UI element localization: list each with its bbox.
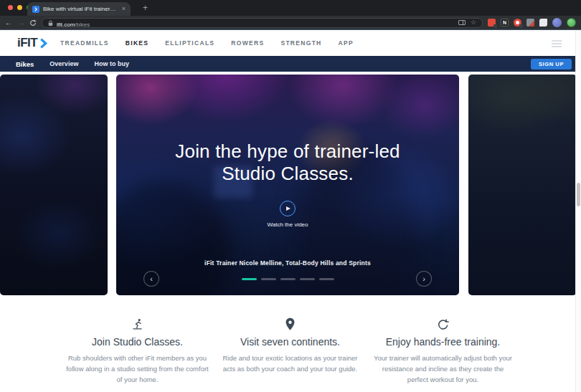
carousel-dot[interactable] — [319, 278, 334, 280]
nav-item-ellipticals[interactable]: ELLIPTICALS — [165, 39, 214, 47]
ifit-logo-arrow-icon — [39, 38, 48, 49]
profile-avatar[interactable] — [552, 18, 562, 27]
extensions-puzzle-icon[interactable] — [539, 19, 547, 27]
feature-hands-free: Enjoy hands-free training. Your trainer … — [367, 317, 519, 386]
play-icon — [286, 206, 290, 211]
watch-video-label[interactable]: Watch the video — [116, 221, 459, 228]
feature-body: Your trainer will automatically adjust b… — [371, 353, 515, 386]
auto-adjust-icon — [371, 317, 515, 331]
features-section: Join Studio Classes. Rub shoulders with … — [61, 317, 520, 386]
feature-title: Join Studio Classes. — [65, 336, 209, 348]
browser-tab-strip: Bike with virtual iFit trainers in × + — [0, 0, 581, 16]
url-bar[interactable]: ifit.com/bikes ☆ — [42, 18, 483, 28]
reload-icon[interactable] — [29, 16, 37, 29]
tab-title: Bike with virtual iFit trainers in — [43, 6, 118, 12]
page-scrollbar-thumb[interactable] — [577, 183, 580, 206]
subnav-link-overview[interactable]: Overview — [49, 60, 78, 67]
play-video-button[interactable] — [280, 201, 296, 216]
main-nav: TREADMILLS BIKES ELLIPTICALS ROWERS STRE… — [60, 30, 354, 56]
extension-camera-icon[interactable] — [526, 19, 534, 27]
carousel-dot[interactable] — [300, 278, 315, 280]
site-header: iFIT TREADMILLS BIKES ELLIPTICALS ROWERS… — [0, 30, 581, 56]
nav-item-strength[interactable]: STRENGTH — [280, 39, 321, 47]
extension-notion-icon[interactable]: N — [501, 19, 509, 27]
back-icon[interactable]: ← — [5, 19, 12, 27]
sign-up-button[interactable]: SIGN UP — [531, 59, 572, 70]
hamburger-menu-icon[interactable] — [552, 40, 562, 49]
url-path: /bikes — [75, 21, 90, 28]
studio-cyclist-icon — [65, 317, 209, 331]
subnav-bar: Bikes Overview How to buy SIGN UP — [0, 56, 581, 72]
ifit-logo[interactable]: iFIT — [17, 36, 48, 50]
nav-item-bikes[interactable]: BIKES — [126, 39, 148, 47]
carousel-prev-button[interactable]: ‹ — [143, 271, 159, 287]
subnav-link-how-to-buy[interactable]: How to buy — [94, 60, 129, 67]
sidebar-save-icon[interactable] — [458, 20, 466, 25]
carousel-slide-next — [468, 75, 577, 295]
feature-title: Enjoy hands-free training. — [371, 336, 515, 348]
lock-icon — [48, 16, 53, 29]
nav-item-rowers[interactable]: ROWERS — [231, 39, 264, 47]
window-minimize-button[interactable] — [17, 5, 22, 10]
ifit-favicon-icon — [32, 6, 39, 13]
hero-carousel: Join the hype of trainer-led Studio Clas… — [0, 72, 581, 298]
carousel-dot[interactable] — [280, 278, 296, 280]
hero-caption: iFit Trainer Nicole Melline, Total-Body … — [116, 259, 459, 267]
extension-red-grid-icon[interactable] — [488, 19, 496, 27]
page-scrollbar-track — [575, 30, 581, 392]
carousel-next-button[interactable]: › — [416, 271, 432, 287]
feature-seven-continents: Visit seven continents. Ride and tour ex… — [214, 317, 367, 386]
feature-body: Rub shoulders with other iFit members as… — [65, 353, 209, 386]
new-tab-button[interactable]: + — [143, 3, 148, 13]
carousel-slide-previous — [0, 75, 108, 295]
nav-item-treadmills[interactable]: TREADMILLS — [60, 39, 109, 47]
browser-toolbar: ← → ifit.com/bikes ☆ N — [0, 16, 581, 30]
carousel-dot[interactable] — [242, 278, 257, 280]
feature-title: Visit seven continents. — [218, 336, 362, 348]
url-host: ifit.com — [57, 21, 75, 28]
nav-item-app[interactable]: APP — [339, 39, 354, 47]
tab-close-icon[interactable]: × — [122, 6, 126, 12]
ifit-logo-text: iFIT — [17, 36, 37, 50]
bookmark-star-icon[interactable]: ☆ — [471, 19, 476, 26]
extension-red-record-icon[interactable] — [514, 19, 521, 27]
carousel-indicators — [116, 278, 459, 280]
window-close-button[interactable] — [8, 5, 13, 10]
carousel-dot[interactable] — [261, 278, 276, 280]
forward-icon[interactable]: → — [17, 19, 24, 27]
map-pin-icon — [218, 317, 362, 331]
subnav-section-title: Bikes — [16, 60, 34, 68]
profile-avatar-green[interactable] — [567, 18, 576, 27]
hero-headline: Join the hype of trainer-led Studio Clas… — [116, 140, 459, 185]
browser-tab[interactable]: Bike with virtual iFit trainers in × — [27, 2, 131, 16]
feature-studio-classes: Join Studio Classes. Rub shoulders with … — [61, 317, 214, 386]
carousel-slide-active: Join the hype of trainer-led Studio Clas… — [116, 75, 459, 295]
feature-body: Ride and tour exotic locations as your t… — [218, 353, 362, 374]
